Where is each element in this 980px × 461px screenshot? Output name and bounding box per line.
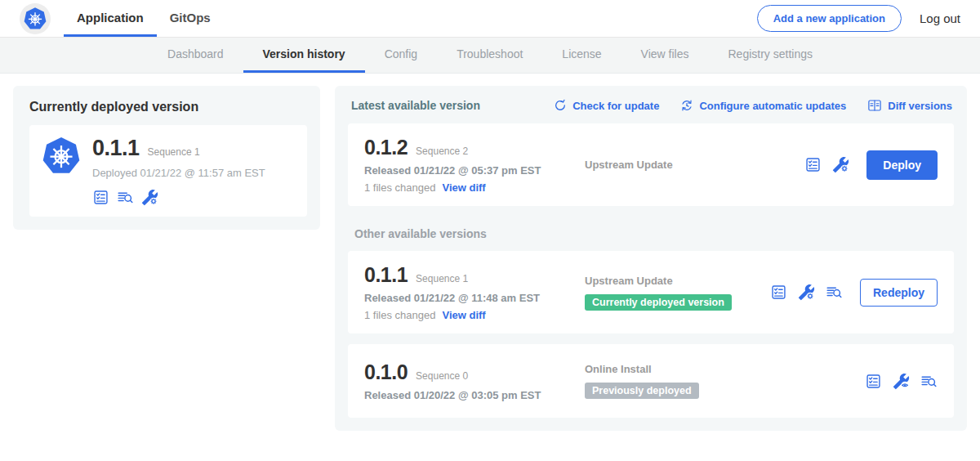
version-number: 0.1.1 — [364, 263, 408, 287]
tab-gitops-label: GitOps — [170, 11, 211, 25]
source-label: Upstream Update — [585, 275, 770, 287]
check-for-update-label: Check for update — [572, 100, 659, 112]
currently-deployed-title: Currently deployed version — [29, 100, 307, 114]
previously-deployed-badge: Previously deployed — [585, 383, 699, 399]
deploy-button[interactable]: Deploy — [866, 150, 938, 180]
version-card-actions: Deploy — [804, 150, 938, 180]
auto-update-icon — [680, 99, 693, 112]
edit-config-icon[interactable] — [141, 189, 158, 206]
release-notes-icon[interactable] — [770, 284, 787, 301]
app-subnav: Dashboard Version history Config Trouble… — [0, 38, 980, 74]
kubernetes-logo[interactable] — [20, 3, 51, 34]
version-source: Upstream Update — [575, 159, 804, 171]
released-timestamp: Released 01/20/22 @ 03:05 pm EST — [364, 389, 575, 401]
diff-versions-label: Diff versions — [888, 100, 952, 112]
other-versions-title: Other available versions — [354, 227, 954, 240]
preflight-checks-icon[interactable] — [920, 373, 938, 390]
subnav-item-version-history[interactable]: Version history — [243, 38, 365, 73]
deployed-version-number: 0.1.1 — [92, 136, 140, 161]
preflight-checks-icon[interactable] — [117, 189, 134, 206]
version-number: 0.1.0 — [364, 360, 408, 384]
version-info: 0.1.2 Sequence 2 Released 01/21/22 @ 05:… — [364, 136, 575, 194]
navbar-spacer — [224, 0, 757, 37]
logout-button[interactable]: Log out — [920, 11, 960, 25]
version-source: Online Install Previously deployed — [575, 363, 865, 399]
currently-deployed-panel: Currently deployed version 0.1.1 Sequenc… — [13, 86, 320, 230]
released-timestamp: Released 01/21/22 @ 11:48 am EST — [364, 292, 575, 304]
version-card-0-1-1: 0.1.1 Sequence 1 Released 01/21/22 @ 11:… — [348, 251, 954, 333]
deployed-version-info: 0.1.1 Sequence 1 Deployed 01/21/22 @ 11:… — [92, 136, 265, 206]
release-notes-icon[interactable] — [804, 156, 822, 173]
app-tabs: Application GitOps — [64, 0, 224, 37]
version-source: Upstream Update Currently deployed versi… — [575, 275, 770, 311]
version-actions: Check for update Configure automatic upd… — [554, 98, 952, 113]
top-navbar: Application GitOps Add a new application… — [0, 0, 980, 38]
check-for-update-link[interactable]: Check for update — [554, 99, 659, 112]
currently-deployed-badge: Currently deployed version — [585, 294, 732, 311]
sequence-label: Sequence 0 — [416, 370, 468, 382]
diff-icon — [867, 98, 882, 113]
source-label: Online Install — [585, 363, 865, 375]
view-diff-link[interactable]: View diff — [442, 309, 485, 321]
subnav-item-license[interactable]: License — [542, 38, 621, 73]
subnav-item-dashboard[interactable]: Dashboard — [148, 38, 243, 73]
configure-automatic-updates-link[interactable]: Configure automatic updates — [680, 99, 846, 112]
redeploy-button[interactable]: Redeploy — [860, 279, 938, 307]
source-label: Upstream Update — [585, 159, 804, 171]
tab-application[interactable]: Application — [64, 0, 157, 37]
edit-config-icon[interactable] — [798, 284, 815, 301]
view-diff-link[interactable]: View diff — [442, 181, 485, 194]
version-card-0-1-0: 0.1.0 Sequence 0 Released 01/20/22 @ 03:… — [348, 344, 954, 418]
version-card-0-1-2: 0.1.2 Sequence 2 Released 01/21/22 @ 05:… — [348, 123, 954, 206]
sequence-label: Sequence 2 — [416, 145, 468, 157]
version-card-actions — [865, 373, 938, 390]
deployed-timestamp: Deployed 01/21/22 @ 11:57 am EST — [92, 167, 265, 179]
latest-version-title: Latest available version — [351, 99, 480, 112]
app-logo-icon — [41, 136, 82, 177]
release-notes-icon[interactable] — [865, 373, 882, 390]
version-info: 0.1.0 Sequence 0 Released 01/20/22 @ 03:… — [364, 360, 575, 401]
latest-version-header: Latest available version Check for updat… — [348, 96, 954, 113]
configure-automatic-updates-label: Configure automatic updates — [699, 100, 846, 112]
files-changed-label: 1 files changed — [364, 309, 435, 321]
tab-gitops[interactable]: GitOps — [157, 0, 224, 37]
diff-versions-link[interactable]: Diff versions — [867, 98, 952, 113]
subnav-item-view-files[interactable]: View files — [621, 38, 709, 73]
refresh-icon — [554, 99, 567, 112]
files-changed-label: 1 files changed — [364, 181, 435, 194]
subnav-item-config[interactable]: Config — [365, 38, 437, 73]
sequence-label: Sequence 1 — [416, 273, 468, 284]
currently-deployed-card: 0.1.1 Sequence 1 Deployed 01/21/22 @ 11:… — [29, 125, 307, 217]
main-content: Currently deployed version 0.1.1 Sequenc… — [0, 74, 980, 443]
view-config-icon[interactable] — [893, 373, 910, 390]
deployed-actions — [92, 189, 265, 206]
edit-config-icon[interactable] — [832, 156, 849, 173]
subnav-item-registry-settings[interactable]: Registry settings — [709, 38, 832, 73]
tab-application-label: Application — [77, 11, 144, 25]
deployed-sequence-label: Sequence 1 — [148, 146, 200, 158]
kubernetes-wheel-icon — [23, 7, 47, 31]
preflight-checks-icon[interactable] — [826, 284, 843, 301]
add-application-button[interactable]: Add a new application — [757, 5, 902, 32]
version-card-actions: Redeploy — [770, 279, 938, 307]
release-notes-icon[interactable] — [92, 189, 109, 206]
subnav-item-troubleshoot[interactable]: Troubleshoot — [437, 38, 542, 73]
version-number: 0.1.2 — [364, 136, 408, 159]
version-history-panel: Latest available version Check for updat… — [335, 86, 967, 431]
version-info: 0.1.1 Sequence 1 Released 01/21/22 @ 11:… — [364, 263, 575, 321]
released-timestamp: Released 01/21/22 @ 05:37 pm EST — [364, 164, 575, 177]
